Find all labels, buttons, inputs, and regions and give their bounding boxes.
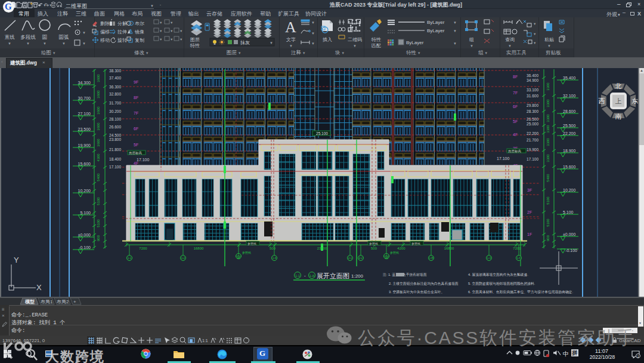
svg-text:圆弧: 圆弧 [59,34,70,40]
svg-text:1-1: 1-1 [128,257,132,260]
svg-text:16800: 16800 [444,247,454,250]
svg-text:二维码: 二维码 [348,37,362,42]
svg-text:镜像: 镜像 [134,29,144,35]
svg-text:500: 500 [371,247,377,250]
svg-text:组: 组 [469,37,474,42]
svg-text:5400: 5400 [546,174,550,182]
svg-text:▼: ▼ [159,21,162,24]
svg-text:30.700: 30.700 [78,96,91,100]
svg-text:-0.100: -0.100 [565,248,577,253]
svg-text:17.100: 17.100 [497,156,510,161]
svg-text:30.200: 30.200 [109,109,121,113]
svg-text:2. 主楼立面铝分条标注处均为白色真石漆墙面: 2. 主楼立面铝分条标注处均为白色真石漆墙面 [389,281,459,286]
svg-text:3300: 3300 [546,114,550,122]
svg-text:▼: ▼ [82,42,86,45]
svg-text:▼: ▼ [508,44,512,48]
svg-text:17.100: 17.100 [137,158,150,162]
svg-text:+: + [73,299,76,304]
svg-text:5400: 5400 [97,173,100,182]
svg-text:900: 900 [546,235,550,241]
svg-text:复制: 复制 [135,38,144,43]
svg-text:22.200: 22.200 [527,131,538,136]
svg-text:1-1: 1-1 [295,274,300,278]
svg-text:35.400: 35.400 [563,76,576,80]
svg-text:3600: 3600 [97,139,100,147]
svg-text:23000: 23000 [317,247,327,250]
svg-text:23.800: 23.800 [109,137,121,141]
svg-text:1-B: 1-B [429,257,433,260]
svg-text:32.100: 32.100 [563,94,576,98]
svg-text:文字: 文字 [286,37,296,42]
svg-text:多段线: 多段线 [20,34,36,40]
svg-text:抹灰: 抹灰 [240,40,250,45]
svg-text:▼: ▼ [533,32,536,36]
svg-text:布尔: 布尔 [135,21,144,26]
svg-text:3600: 3600 [97,106,100,115]
svg-text:1-4: 1-4 [273,257,277,260]
svg-text:6F: 6F [513,104,518,109]
svg-text:面层标高: 面层标高 [129,151,143,155]
svg-text:▼: ▼ [179,38,182,41]
svg-text:▼: ▼ [150,4,154,8]
svg-text:▼: ▼ [533,22,536,26]
svg-text:1-3: 1-3 [487,257,491,260]
svg-text:▼: ▼ [170,21,173,24]
svg-text:38.300: 38.300 [109,69,121,73]
svg-text:-0.100: -0.100 [79,245,91,250]
svg-text:10.200: 10.200 [563,188,576,192]
svg-text:面层标高: 面层标高 [508,149,522,153]
svg-text:删除: 删除 [100,21,110,26]
svg-text:19.900: 19.900 [527,147,538,152]
svg-text:参照线: 参照线 [242,251,251,254]
svg-text:4F: 4F [513,133,518,137]
svg-text:8F: 8F [134,96,138,100]
svg-text:▼: ▼ [159,29,162,33]
svg-text:34.900: 34.900 [527,78,538,82]
svg-text:▼: ▼ [289,44,293,48]
svg-text:-: - [304,273,306,278]
svg-text:▼: ▼ [49,4,52,7]
svg-text:22.200: 22.200 [563,131,576,136]
svg-text:ˇ: ˇ [160,4,161,8]
svg-text:28.600: 28.600 [563,109,576,113]
svg-text:31.600: 31.600 [527,94,538,98]
svg-text:▼: ▼ [82,31,86,35]
svg-text:3300: 3300 [546,82,550,91]
svg-text:布局1: 布局1 [41,299,53,304]
svg-text:28.300: 28.300 [527,109,538,113]
svg-text:1-2: 1-2 [181,257,185,260]
svg-text:Y: Y [14,256,19,264]
svg-text:23.500: 23.500 [78,127,91,131]
svg-text:18.900: 18.900 [563,149,576,153]
svg-text:布局2: 布局2 [57,299,69,304]
svg-text:2F: 2F [527,210,532,214]
svg-text:3300: 3300 [546,154,550,162]
svg-text:7F: 7F [513,91,518,95]
svg-text:4200: 4200 [397,247,405,250]
svg-text:▼: ▼ [311,32,315,35]
svg-text:▼: ▼ [311,21,315,24]
svg-text:±0.000: ±0.000 [563,232,575,236]
svg-text:5100: 5100 [97,197,100,205]
svg-text:2-1: 2-1 [348,257,352,260]
svg-text:▼: ▼ [311,42,315,45]
svg-text:1:200: 1:200 [351,273,364,279]
svg-text:▼: ▼ [159,38,162,41]
svg-text:27.100: 27.100 [78,112,91,116]
svg-text:3600: 3600 [97,122,100,131]
svg-text:5.100: 5.100 [563,210,574,214]
svg-text:5.100: 5.100 [80,211,91,215]
svg-text:1F: 1F [527,232,532,236]
svg-text:17.100: 17.100 [527,157,538,161]
svg-text:参照线: 参照线 [247,242,256,245]
svg-text:4. 屋顶玻璃幕墙立面构件为灰色氟碳漆.: 4. 屋顶玻璃幕墙立面构件为灰色氟碳漆. [468,272,528,277]
svg-text:2-2: 2-2 [359,257,363,260]
svg-text:36.300: 36.300 [109,85,121,89]
svg-text:▼: ▼ [353,44,357,48]
svg-text:▼: ▼ [547,44,551,48]
svg-text:5100: 5100 [546,196,550,205]
svg-text:34.300: 34.300 [78,81,91,85]
svg-text:南: 南 [615,113,622,120]
svg-text:25.100: 25.100 [316,131,328,136]
svg-text:32.800: 32.800 [109,92,121,96]
